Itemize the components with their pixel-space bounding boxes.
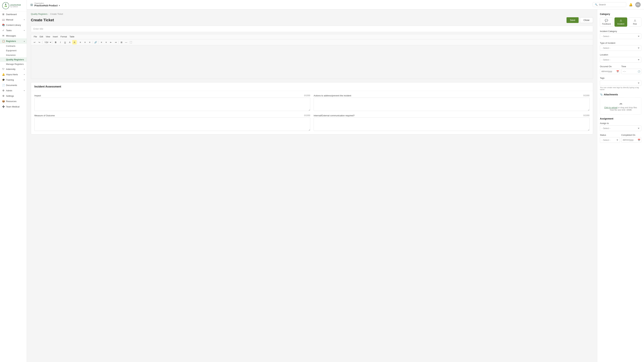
toolbar-sep-1 [42, 41, 42, 44]
sidebar-item-team-medical[interactable]: ➕ Team Medical [0, 104, 27, 109]
hr-button[interactable]: — [124, 40, 128, 44]
sidebar-item-indemnity[interactable]: 🛡 Indemnity ▾ [0, 66, 27, 72]
impact-textarea[interactable] [34, 97, 310, 111]
italic-button[interactable]: I [58, 40, 62, 44]
font-color-button[interactable]: A [68, 40, 72, 44]
sidebar-sub-equipment[interactable]: Equipment [0, 48, 27, 53]
page-title: Create Ticket [31, 18, 54, 22]
click-to-upload-link[interactable]: Click to upload [604, 106, 618, 109]
tags-label: Tags [600, 77, 641, 79]
time-input[interactable] [621, 69, 642, 74]
team-medical-icon: ➕ [2, 105, 5, 108]
breadcrumb: Quality Registers › Create Ticket [31, 13, 593, 15]
redo-button[interactable]: ↪ [37, 40, 42, 44]
highlight-button[interactable]: A [72, 40, 77, 44]
title-input[interactable] [31, 26, 593, 32]
menu-view[interactable]: View [44, 35, 52, 38]
date-time-section: Occured On 📅 Time 🕐 [600, 65, 641, 74]
save-button[interactable]: Save [566, 17, 578, 23]
location-label: Location [600, 53, 641, 56]
type-of-incident-select[interactable]: - Select - [600, 45, 641, 51]
tasks-icon: ✓ [2, 29, 5, 32]
sidebar-item-admin[interactable]: ⚙ Admin ▾ [0, 88, 27, 93]
bullet-list-button[interactable]: ≡ [99, 40, 104, 44]
category-section: Category 💬 Feedback ⚠ Incident ⚠ Risk [600, 13, 641, 27]
align-center-button[interactable]: ≡ [83, 40, 87, 44]
attachments-header: 📎 Attachments [600, 93, 641, 96]
sidebar-sub-quality-registers[interactable]: Quality Registers [0, 57, 27, 62]
incident-tab[interactable]: ⚠ Incident [614, 17, 627, 27]
actions-field-group: Actions to address/prevent the incident … [314, 94, 590, 111]
search-box[interactable]: 🔍 [593, 2, 626, 7]
breadcrumb-parent[interactable]: Quality Registers [31, 13, 48, 15]
indent-decrease-button[interactable]: ⇤ [109, 40, 113, 44]
completed-on-label: Completed On [621, 134, 642, 136]
align-right-button[interactable]: ≡ [88, 40, 92, 44]
incident-category-select[interactable]: - Select - [600, 33, 641, 39]
settings-icon: ⚙ [2, 94, 5, 97]
font-size-select[interactable]: 12pt 14pt 16pt [43, 40, 52, 44]
sidebar-item-registers[interactable]: 📋 Registers ▴ [0, 38, 27, 44]
sidebar-item-ahpra[interactable]: 🔔 Ahpra Alerts ▾ [0, 72, 27, 77]
undo-button[interactable]: ↩ [32, 40, 37, 44]
close-button[interactable]: Close [580, 17, 593, 23]
indemnity-icon: 🛡 [2, 68, 5, 70]
bold-button[interactable]: B [54, 40, 58, 44]
sidebar-item-dashboard[interactable]: ⊞ Dashboard [0, 11, 27, 17]
risk-tab[interactable]: ⚠ Risk [628, 17, 641, 27]
search-input[interactable] [599, 3, 624, 6]
ahpra-icon: 🔔 [2, 73, 5, 76]
tags-section: Tags You can create new tags by directly… [600, 77, 641, 90]
notifications-bell-icon[interactable]: 🔔 [629, 3, 632, 6]
documents-icon: 📄 [2, 84, 5, 86]
avatar[interactable]: KA [635, 2, 641, 7]
sidebar-item-training[interactable]: 🎓 Training ▾ [0, 77, 27, 82]
org-selector[interactable]: 🏢 Organisation PracticeHub Product ▾ [30, 2, 60, 7]
sidebar-item-manual[interactable]: 📖 Manual ▾ [0, 17, 27, 22]
status-completed-section: Status - Select - Completed On 📅 [600, 134, 641, 143]
menu-edit[interactable]: Edit [38, 35, 44, 38]
menu-file[interactable]: File [32, 35, 38, 38]
occurred-on-input[interactable] [600, 69, 620, 74]
sidebar-item-settings[interactable]: ⚙ Settings [0, 93, 27, 98]
assign-to-select[interactable]: - Select - [600, 125, 641, 131]
menu-format[interactable]: Format [59, 35, 68, 38]
indent-increase-button[interactable]: ⇥ [113, 40, 118, 44]
status-select[interactable]: - Select - [600, 137, 620, 143]
content-icon: 📚 [2, 24, 5, 26]
status-label: Status [600, 134, 620, 136]
sidebar-sub-contracts[interactable]: Contracts [0, 44, 27, 48]
underline-button[interactable]: U [63, 40, 67, 44]
sidebar-item-messages[interactable]: ✉ Messages [0, 33, 27, 38]
feedback-tab[interactable]: 💬 Feedback [600, 17, 613, 27]
sidebar-sub-manage-registers[interactable]: Manage Registers [0, 62, 27, 66]
menu-table[interactable]: Table [68, 35, 76, 38]
sidebar-sub-insurance[interactable]: Insurance [0, 53, 27, 57]
editor-toolbar: ↩ ↪ 12pt 14pt 16pt B I U A A ≡ [31, 39, 593, 45]
comms-textarea[interactable] [314, 117, 590, 131]
measure-textarea[interactable] [34, 117, 310, 131]
editor-body[interactable] [31, 45, 593, 79]
attachment-dropzone[interactable]: ☁ Click to upload or drag and drop files… [600, 97, 641, 115]
location-select[interactable]: - Select - [600, 57, 641, 62]
editor-menubar: File Edit View Insert Format Table [31, 34, 593, 39]
actions-textarea[interactable] [314, 97, 590, 111]
tags-select[interactable] [600, 80, 641, 86]
sidebar-item-resources[interactable]: 📦 Resources [0, 98, 27, 104]
sidebar: practicehub by Gibherd ⊞ Dashboard 📖 Man… [0, 0, 27, 362]
sidebar-item-tasks[interactable]: ✓ Tasks ▾ [0, 28, 27, 33]
sidebar-item-documents[interactable]: 📄 Documents [0, 82, 27, 88]
completed-on-input[interactable] [621, 137, 642, 143]
time-label: Time [621, 65, 642, 68]
menu-insert[interactable]: Insert [52, 35, 59, 38]
sidebar-item-content-library[interactable]: 📚 Content Library [0, 22, 27, 28]
fullscreen-button[interactable]: ⛶ [129, 40, 133, 44]
align-left-button[interactable]: ≡ [78, 40, 82, 44]
numbered-list-button[interactable]: ≡ [104, 40, 108, 44]
table-button[interactable]: ⊞ [119, 40, 124, 44]
link-button[interactable]: 🔗 [94, 40, 98, 44]
search-icon: 🔍 [595, 3, 598, 6]
right-panel: Category 💬 Feedback ⚠ Incident ⚠ Risk [597, 9, 644, 362]
tasks-chevron: ▾ [24, 29, 25, 31]
training-chevron: ▾ [24, 79, 25, 81]
